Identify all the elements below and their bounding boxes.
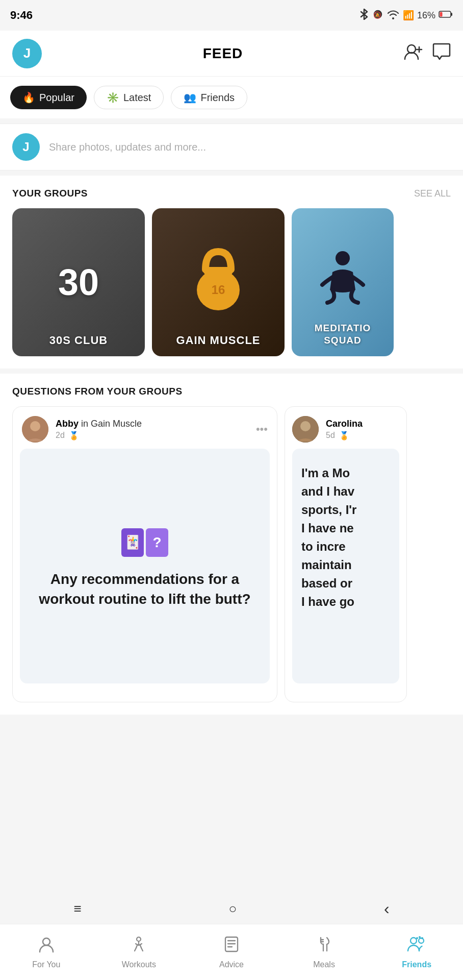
share-bar[interactable]: J Share photos, updates and more... [0,124,463,170]
abby-name: Abby [56,419,79,429]
card-purple: 🃏 [121,528,144,557]
nav-item-workouts[interactable]: Workouts [93,936,186,969]
svg-point-19 [419,936,421,938]
fire-icon: 🔥 [22,91,35,104]
status-bar: 9:46 🔕 📶 16% [0,0,463,31]
for-you-icon [38,936,55,957]
meditation-visual [317,249,368,315]
svg-point-14 [137,937,141,941]
abby-avatar [22,416,48,443]
abby-question-text: Any recommendations for a workout routin… [32,569,258,609]
svg-point-18 [416,937,418,939]
card-question: ? [146,528,168,557]
friends-nav-icon [407,936,426,957]
groups-section: YOUR GROUPS SEE ALL 30 30S CLUB [0,176,463,369]
carolina-partial-text: I'm a Moand I havsports, I'rI have neto … [301,464,390,611]
bottom-nav: For You Workouts Advice [0,924,463,980]
svg-text:🔕: 🔕 [373,11,382,19]
carolina-name-line: Carolina [326,419,363,429]
group-card-meditation-bg: MEDITATIOSQUAD [292,208,394,356]
question-icon: 🃏 ? [121,528,168,557]
abby-meta: 2d 🏅 [56,431,142,440]
abby-question-content: 🃏 ? Any recommendations for a workout ro… [20,449,270,683]
group-card-label: 30S CLUB [12,334,145,347]
share-input[interactable]: Share photos, updates and more... [49,141,206,153]
sparkle-icon: ✳️ [107,91,119,104]
meals-label: Meals [313,960,335,969]
nav-item-advice[interactable]: Advice [185,936,278,969]
question-card-header-abby: Abby in Gain Muscle 2d 🏅 ••• [13,407,277,449]
header-actions [404,43,451,64]
home-button[interactable]: ○ [228,901,237,917]
for-you-label: For You [32,960,60,969]
menu-button[interactable]: ≡ [73,901,81,917]
question-card-abby[interactable]: Abby in Gain Muscle 2d 🏅 ••• � [12,406,277,702]
nav-item-meals[interactable]: Meals [278,936,371,969]
abby-time: 2d [56,431,65,440]
header: J FEED [0,31,463,77]
filter-friends[interactable]: 👥 Friends [171,86,247,109]
signal-icon: 📶 [403,10,414,21]
user-avatar-header[interactable]: J [12,39,42,68]
group-card-muscle-label: GAIN MUSCLE [152,334,285,347]
svg-point-13 [43,938,50,945]
nav-item-for-you[interactable]: For You [0,936,93,969]
share-avatar: J [12,133,40,161]
status-icons: 🔕 📶 16% [359,9,453,22]
system-nav: ≡ ○ ‹ [0,893,463,924]
back-button[interactable]: ‹ [384,899,390,918]
svg-point-4 [407,45,416,53]
questions-scroll: Abby in Gain Muscle 2d 🏅 ••• � [0,406,463,715]
filter-popular[interactable]: 🔥 Popular [10,86,87,109]
group-card-muscle-bg: 16 GAIN MUSCLE [152,208,285,356]
svg-point-16 [410,938,417,944]
advice-label: Advice [219,960,244,969]
more-options-button-abby[interactable]: ••• [256,423,268,436]
friends-pill-icon: 👥 [184,91,196,104]
chat-icon[interactable] [432,43,451,64]
question-card-carolina[interactable]: Carolina 5d 🏅 I'm a Moand I havsports, I… [285,406,407,702]
abby-name-group: Abby in Gain Muscle 2d 🏅 [56,419,142,440]
meals-icon [316,936,333,957]
wifi-icon [387,9,400,22]
svg-point-17 [419,938,424,943]
groups-title: YOUR GROUPS [12,188,88,199]
group-card-meditation[interactable]: MEDITATIOSQUAD [292,208,394,356]
group-card-gain-muscle[interactable]: 16 GAIN MUSCLE [152,208,285,356]
group-card-30s-club[interactable]: 30 30S CLUB [12,208,145,356]
svg-rect-7 [203,267,233,275]
add-friend-icon[interactable] [404,43,423,64]
workouts-icon [130,936,147,957]
carolina-meta: 5d 🏅 [326,431,363,440]
battery-percentage: 16% [417,10,435,21]
abby-user-info: Abby in Gain Muscle 2d 🏅 [22,416,142,443]
carolina-name: Carolina [326,419,363,429]
abby-name-line: Abby in Gain Muscle [56,419,142,429]
mute-icon: 🔕 [372,9,383,22]
group-card-meditation-label: MEDITATIOSQUAD [292,322,394,347]
carolina-avatar [292,416,319,443]
carolina-partial-content: I'm a Moand I havsports, I'rI have neto … [292,449,399,683]
groups-header: YOUR GROUPS SEE ALL [0,188,463,208]
carolina-name-group: Carolina 5d 🏅 [326,419,363,440]
coach-badge: 🏅 [69,431,79,440]
filter-latest[interactable]: ✳️ Latest [94,86,164,109]
bluetooth-icon [359,9,369,22]
svg-text:16: 16 [212,283,225,297]
svg-point-10 [30,421,40,431]
svg-point-12 [300,421,311,431]
group-number: 30 [58,264,99,301]
advice-icon [223,936,240,957]
carolina-user-info: Carolina 5d 🏅 [292,416,363,443]
groups-scroll: 30 30S CLUB 16 [0,208,463,356]
svg-point-20 [421,937,423,939]
friends-label: Friends [402,960,431,969]
carolina-badge: 🏅 [339,431,349,440]
nav-item-friends[interactable]: Friends [370,936,463,969]
filter-bar: 🔥 Popular ✳️ Latest 👥 Friends [0,77,463,118]
questions-title: QUESTIONS FROM YOUR GROUPS [12,386,183,397]
carolina-time: 5d [326,431,335,440]
svg-rect-2 [451,13,452,16]
see-all-button[interactable]: SEE ALL [414,188,451,199]
abby-group: Gain Muscle [91,419,142,429]
